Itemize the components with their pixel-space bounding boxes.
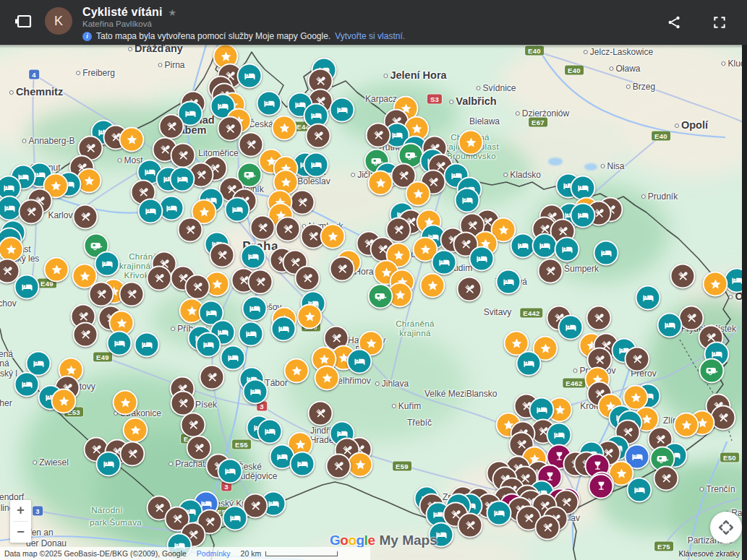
map-marker-lodging[interactable]	[138, 199, 163, 224]
zoom-out-button[interactable]: −	[10, 522, 31, 543]
map-marker-lodging[interactable]	[330, 98, 355, 123]
map-marker-restaurant[interactable]	[218, 116, 243, 142]
map-marker-lodging[interactable]	[170, 167, 195, 192]
map-marker-lodging[interactable]	[558, 315, 584, 340]
map-marker-lodging[interactable]	[271, 316, 296, 342]
map-marker-restaurant[interactable]	[185, 275, 210, 300]
map-marker-lodging[interactable]	[225, 197, 250, 223]
map-marker-restaurant[interactable]	[654, 466, 679, 491]
map-marker-lodging[interactable]	[242, 296, 268, 322]
map-marker-attraction[interactable]	[272, 116, 297, 141]
favorite-star-icon[interactable]: ★	[168, 7, 177, 18]
map-marker-lodging[interactable]	[304, 152, 329, 178]
map-marker-restaurant[interactable]	[295, 266, 320, 291]
map-marker-lodging[interactable]	[218, 459, 243, 484]
map-marker-restaurant[interactable]	[458, 513, 483, 538]
map-marker-lodging[interactable]	[237, 64, 262, 89]
map-marker-lodging[interactable]	[241, 244, 266, 270]
map-marker-restaurant[interactable]	[535, 515, 560, 540]
map-marker-restaurant[interactable]	[73, 204, 98, 230]
terms-link[interactable]: Podmínky	[197, 549, 231, 558]
zoom-in-button[interactable]: +	[10, 500, 31, 521]
map-marker-restaurant[interactable]	[73, 322, 98, 348]
map-marker-restaurant[interactable]	[330, 257, 355, 282]
map-marker-lodging[interactable]	[95, 251, 120, 277]
map-marker-restaurant[interactable]	[89, 282, 114, 307]
map-marker-attraction[interactable]	[368, 171, 393, 196]
map-marker-lodging[interactable]	[627, 478, 652, 503]
map-marker-restaurant[interactable]	[181, 413, 206, 438]
map-marker-lodging[interactable]	[496, 270, 521, 295]
pan-control[interactable]	[710, 512, 742, 543]
map-marker-restaurant[interactable]	[248, 270, 273, 295]
create-own-map-link[interactable]: Vytvořte si vlastní.	[335, 31, 405, 41]
map-marker-lodging[interactable]	[555, 237, 580, 262]
map-marker-lodging[interactable]	[594, 241, 619, 266]
map-marker-restaurant[interactable]	[147, 266, 172, 291]
map-marker-restaurant[interactable]	[276, 217, 301, 242]
map-marker-restaurant[interactable]	[159, 114, 184, 139]
map-marker-restaurant[interactable]	[250, 215, 276, 241]
map-marker-restaurant[interactable]	[119, 282, 145, 307]
map-marker-attraction[interactable]	[674, 413, 699, 438]
map-marker-winery[interactable]	[589, 474, 614, 499]
map-marker-attraction[interactable]	[315, 366, 340, 391]
map-marker-restaurant[interactable]	[19, 199, 44, 225]
map-marker-lodging[interactable]	[290, 452, 315, 477]
map-marker-camping[interactable]	[368, 284, 393, 309]
map-marker-lodging[interactable]	[532, 233, 558, 259]
map-marker-lodging[interactable]	[571, 203, 596, 228]
map-marker-attraction[interactable]	[320, 224, 346, 249]
map-marker-attraction[interactable]	[123, 418, 148, 443]
map-marker-lodging[interactable]	[432, 250, 457, 275]
map-marker-attraction[interactable]	[458, 130, 484, 155]
map-marker-restaurant[interactable]	[120, 441, 145, 467]
map-marker-attraction[interactable]	[113, 390, 138, 415]
map-marker-lodging[interactable]	[636, 285, 661, 311]
map-marker-attraction[interactable]	[284, 358, 310, 384]
map-marker-lodging[interactable]	[243, 379, 268, 405]
map-marker-lodging[interactable]	[239, 322, 264, 347]
map-marker-restaurant[interactable]	[178, 217, 203, 243]
map-marker-restaurant[interactable]	[679, 306, 704, 331]
map-marker-lodging[interactable]	[96, 452, 121, 477]
map-marker-lodging[interactable]	[107, 331, 132, 356]
map-marker-restaurant[interactable]	[366, 123, 391, 148]
map-marker-camping[interactable]	[699, 358, 725, 384]
map-marker-attraction[interactable]	[420, 273, 445, 298]
map-marker-restaurant[interactable]	[586, 306, 612, 331]
map-marker-lodging[interactable]	[257, 91, 282, 116]
map-marker-restaurant[interactable]	[625, 347, 650, 372]
map-marker-restaurant[interactable]	[457, 277, 482, 302]
map-marker-attraction[interactable]	[703, 272, 728, 297]
map-marker-restaurant[interactable]	[200, 365, 225, 390]
map-marker-restaurant[interactable]	[306, 124, 331, 149]
map-marker-lodging[interactable]	[516, 351, 542, 376]
map-marker-restaurant[interactable]	[210, 243, 235, 268]
map-marker-restaurant[interactable]	[290, 190, 315, 215]
map-canvas[interactable]: DrážďanyPirnaFreibergChemnitzJelení Hora…	[0, 45, 747, 560]
map-marker-lodging[interactable]	[14, 275, 40, 300]
map-marker-restaurant[interactable]	[239, 132, 264, 158]
map-marker-lodging[interactable]	[455, 188, 480, 213]
map-marker-attraction[interactable]	[406, 181, 431, 207]
map-marker-lodging[interactable]	[14, 372, 40, 397]
map-marker-lodging[interactable]	[221, 345, 246, 371]
keyboard-shortcuts-link[interactable]: Klávesové zkratky	[678, 549, 740, 558]
map-marker-lodging[interactable]	[487, 501, 512, 526]
map-marker-lodging[interactable]	[469, 246, 495, 272]
google-my-maps-logo[interactable]: GoogleMy Maps	[330, 533, 437, 548]
map-marker-lodging[interactable]	[257, 419, 283, 444]
map-marker-restaurant[interactable]	[308, 401, 333, 426]
map-marker-attraction[interactable]	[119, 127, 145, 152]
avatar[interactable]: K	[45, 7, 72, 35]
map-marker-lodging[interactable]	[223, 506, 248, 531]
map-marker-lodging[interactable]	[347, 349, 372, 374]
fullscreen-button[interactable]	[712, 15, 727, 32]
map-marker-attraction[interactable]	[44, 257, 69, 283]
map-marker-restaurant[interactable]	[711, 405, 736, 431]
scrollbar-strip[interactable]	[742, 45, 747, 560]
map-marker-lodging[interactable]	[135, 332, 160, 358]
share-button[interactable]	[666, 14, 682, 33]
map-marker-restaurant[interactable]	[326, 454, 351, 479]
